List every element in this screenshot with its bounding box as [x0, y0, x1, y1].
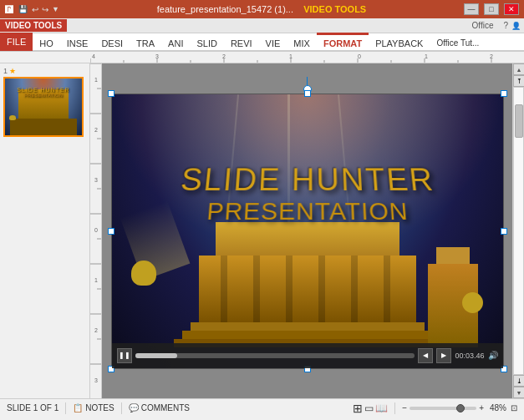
handle-tl[interactable] [108, 90, 114, 97]
help-icon[interactable]: ? [500, 21, 511, 30]
zoom-area: − + 48% ⊡ [399, 403, 521, 412]
slide-area: SLIDE HUNTER PRESENTATION ❚❚ ◀ ▶ [102, 63, 512, 398]
slide-subtitle: PRESENTATION [129, 198, 485, 226]
tab-slid[interactable]: SLID [190, 33, 223, 51]
tab-office[interactable]: Office Tut... [430, 33, 486, 51]
scroll-down-button[interactable]: ▼ [513, 387, 524, 398]
window-controls: — □ ✕ [464, 3, 519, 15]
spotlight-right [462, 292, 483, 313]
zoom-percent-label: 48% [490, 403, 506, 412]
scroll-bottom-button[interactable]: ⤓ [513, 375, 524, 387]
tab-playback[interactable]: PLAYBACK [369, 33, 430, 51]
close-button[interactable]: ✕ [504, 3, 519, 15]
undo-icon[interactable]: ↩ [32, 5, 38, 14]
slide-info: SLIDE 1 OF 1 [3, 403, 62, 412]
slide-title: SLIDE HUNTER [128, 163, 486, 197]
col3 [286, 256, 293, 322]
ruler-canvas: 4 3 2 1 0 1 2 [90, 52, 524, 63]
filename-label: feature_presentation_15472 (1)... [157, 4, 293, 14]
notes-label: NOTES [85, 403, 114, 412]
progress-bar[interactable] [135, 353, 415, 358]
user-icon[interactable]: 👤 [511, 22, 524, 30]
ruler-top: 4 3 2 1 0 1 2 [0, 52, 524, 63]
scroll-top-button[interactable]: ⤒ [513, 75, 524, 87]
maximize-button[interactable]: □ [484, 3, 499, 15]
scroll-thumb[interactable] [515, 104, 523, 138]
title-bar: 🅿 💾 ↩ ↪ ▼ feature_presentation_15472 (1)… [0, 0, 524, 18]
tab-inse[interactable]: INSE [60, 33, 95, 51]
tab-file[interactable]: FILE [0, 33, 33, 51]
status-bar: SLIDE 1 OF 1 📋 NOTES 💬 COMMENTS ⊞ ▭ 📖 − … [0, 398, 524, 417]
col5 [351, 256, 358, 322]
handle-ml[interactable] [108, 228, 114, 235]
notes-button[interactable]: 📋 NOTES [69, 403, 117, 412]
svg-text:2: 2 [94, 127, 98, 133]
ruler-left: 1 2 3 0 1 2 3 [90, 63, 102, 398]
zoom-out-icon[interactable]: − [402, 403, 407, 412]
slide-number-label: 1 ★ [3, 67, 86, 75]
comments-button[interactable]: 💬 COMMENTS [125, 403, 193, 412]
zoom-fit-icon[interactable]: ⊡ [511, 403, 517, 412]
minimize-button[interactable]: — [464, 3, 479, 15]
slide-thumbnail[interactable]: SLIDE HUNTER PRESENTATION [3, 77, 84, 137]
time-display: 00:03.46 [455, 352, 484, 360]
svg-text:1: 1 [94, 77, 98, 83]
ruler-left-svg: 1 2 3 0 1 2 3 [90, 63, 102, 398]
slide-star: ★ [9, 67, 16, 75]
tab-vie[interactable]: VIE [259, 33, 287, 51]
handle-tc[interactable] [304, 90, 311, 97]
play-pause-button[interactable]: ❚❚ [117, 348, 132, 363]
slide-container[interactable]: SLIDE HUNTER PRESENTATION ❚❚ ◀ ▶ [111, 94, 504, 369]
col6 [384, 256, 390, 322]
svg-text:3: 3 [94, 177, 98, 183]
customize-icon[interactable]: ▼ [52, 5, 59, 13]
view-buttons: ⊞ ▭ 📖 [349, 402, 391, 415]
video-controls[interactable]: ❚❚ ◀ ▶ 00:03.46 🔊 [112, 343, 503, 368]
slide-content: SLIDE HUNTER PRESENTATION ❚❚ ◀ ▶ [112, 94, 503, 368]
tab-format[interactable]: FORMAT [317, 33, 369, 51]
tab-ani[interactable]: ANI [161, 33, 190, 51]
video-tools-bar: VIDEO TOOLS Office ? 👤 [0, 18, 524, 33]
slide-viewport[interactable]: SLIDE HUNTER PRESENTATION ❚❚ ◀ ▶ [102, 63, 512, 398]
divider3 [394, 402, 395, 414]
next-frame-button[interactable]: ▶ [436, 348, 451, 363]
tab-ho[interactable]: HO [33, 33, 60, 51]
volume-icon[interactable]: 🔊 [488, 351, 498, 360]
progress-fill [135, 353, 177, 358]
zoom-slider[interactable] [410, 407, 476, 410]
video-frame: SLIDE HUNTER PRESENTATION [112, 94, 503, 368]
svg-text:3: 3 [155, 53, 159, 59]
tab-desi[interactable]: DESI [94, 33, 130, 51]
slide-count-label: SLIDE 1 OF 1 [7, 403, 59, 412]
tab-mix[interactable]: MIX [287, 33, 317, 51]
prev-frame-button[interactable]: ◀ [418, 348, 433, 363]
redo-icon[interactable]: ↪ [42, 5, 48, 14]
slide-num: 1 [3, 67, 8, 75]
scroll-up-button[interactable]: ▲ [513, 63, 524, 75]
video-tools-tab: VIDEO TOOLS [0, 19, 67, 32]
view-reading-button[interactable]: 📖 [375, 402, 388, 414]
svg-text:2: 2 [490, 53, 493, 59]
divider1 [65, 402, 66, 414]
tab-tra[interactable]: TRA [130, 33, 161, 51]
main-area: 1 ★ SLIDE HUNTER PRESENTATION 1 2 [0, 63, 524, 398]
zoom-thumb [456, 404, 465, 412]
title-bar-title: feature_presentation_15472 (1)... VIDEO … [59, 4, 464, 14]
building-top-section [216, 222, 399, 256]
save-icon[interactable]: 💾 [17, 3, 28, 15]
col1 [221, 256, 227, 322]
svg-text:0: 0 [358, 53, 361, 59]
base-step2 [182, 331, 433, 339]
slide-selection-wrapper: SLIDE HUNTER PRESENTATION ❚❚ ◀ ▶ [111, 94, 504, 369]
svg-text:2: 2 [222, 53, 226, 59]
tab-revi[interactable]: REVI [224, 33, 259, 51]
spotlight-left [131, 261, 156, 286]
zoom-in-icon[interactable]: + [479, 403, 484, 412]
view-slide-button[interactable]: ▭ [364, 402, 374, 414]
handle-tr[interactable] [501, 90, 507, 97]
scrollbar-right: ▲ ⤒ ⤓ ▼ [512, 63, 524, 398]
scroll-track[interactable] [513, 87, 524, 375]
handle-mr[interactable] [501, 228, 507, 235]
base-step1 [191, 322, 425, 331]
view-normal-button[interactable]: ⊞ [353, 402, 363, 415]
